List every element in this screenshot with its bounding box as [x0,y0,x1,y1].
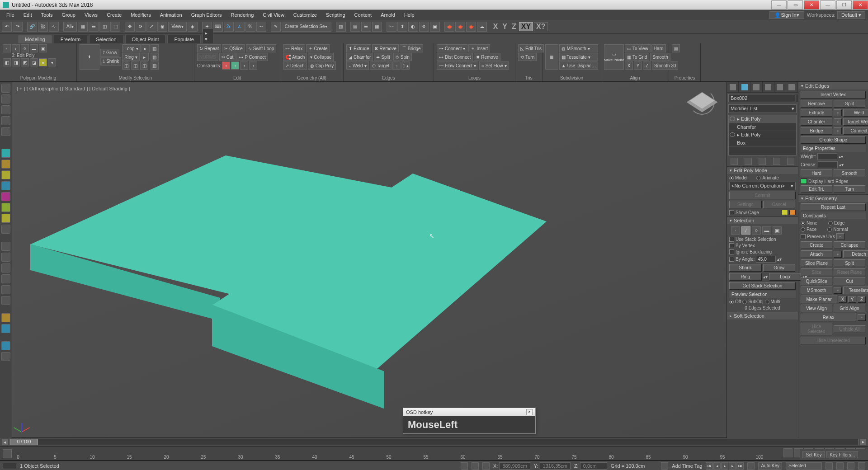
rb-ms4[interactable]: ▥ [151,44,159,52]
menu-animation[interactable]: Animation [156,10,187,20]
rb-usedisp[interactable]: ▲ Use Displac… [559,61,598,70]
rb-split[interactable]: ⬌ Split [374,53,392,61]
rollout-editpolymode[interactable]: ▾Edit Poly Mode [727,167,798,174]
rb-softsel[interactable]: ◩ [21,58,29,66]
rb-ignoreback[interactable]: ◨ [12,58,20,66]
ribbon-tab-populate[interactable]: Populate [167,35,200,43]
bridge-opt[interactable]: ▫ [834,127,842,134]
lt-b6[interactable] [1,296,10,305]
time-next[interactable]: ▸ [860,439,866,445]
cp-tab-motion[interactable] [763,82,774,92]
smooth-button[interactable]: Smooth [834,169,865,177]
workspace-dropdown[interactable]: Default ▾ [837,11,865,19]
modifier-list-dropdown[interactable]: Modifier List▾ [728,104,797,113]
stack-pin[interactable] [731,158,738,165]
lt-b5[interactable] [1,285,10,294]
axis-x[interactable]: X [491,23,500,31]
menu-modifiers[interactable]: Modifiers [126,10,156,20]
menu-group[interactable]: Group [57,10,80,20]
lt-d2[interactable] [1,324,10,333]
grow-button[interactable]: Grow [763,264,796,272]
xform-type-icon[interactable] [482,462,490,470]
edit-named-button[interactable]: ✎ [271,22,281,32]
con-none[interactable] [801,221,805,226]
rb-pconnect[interactable]: ⊶ P Connect [236,53,268,61]
rb-ms1[interactable]: ◫ [122,61,130,70]
time-prev[interactable]: ◂ [2,439,8,445]
cage-color2[interactable] [789,210,796,215]
preserve-uv-check[interactable] [801,234,806,239]
rb-smooth[interactable]: Smooth [650,53,670,61]
percent-snap-button[interactable]: % [245,22,255,32]
minimize2-button[interactable]: — [820,0,835,9]
rotate-button[interactable]: ⟳ [136,22,146,32]
attach-button[interactable]: Attach [801,250,832,258]
cp-tab-create[interactable] [727,82,739,92]
view-align-button[interactable]: View Align [801,305,832,312]
rb-az[interactable]: Z [643,61,651,70]
sel-edge[interactable]: / [741,226,750,235]
rb-create[interactable]: ＋ Create [306,44,330,52]
rb-msmooth[interactable]: ◍ MSmooth ▾ [559,44,598,52]
render-active-button[interactable]: 🫖 [466,22,476,32]
rollout-editedges[interactable]: ▾Edit Edges [798,82,868,89]
nav-2[interactable] [836,462,844,470]
stack-unique[interactable] [759,158,766,165]
set-key-icon[interactable] [3,449,12,458]
sel-border[interactable]: ◊ [752,226,761,235]
subobj-poly[interactable]: ▬ [30,44,38,52]
subobj-element[interactable]: ▣ [39,44,47,52]
nav-4[interactable] [858,462,865,470]
weight-input[interactable] [817,153,837,160]
keyboard-button[interactable]: ⌨ [213,22,223,32]
by-angle-value[interactable] [756,256,776,263]
maxscript-mini[interactable] [3,463,16,469]
bridge-button[interactable]: Bridge [801,127,832,135]
lt-b1[interactable] [1,242,10,251]
con-face[interactable] [801,227,805,232]
rb-distconnect[interactable]: ⊷ Dist Connect [437,53,473,61]
rb-connect[interactable]: ⊶ Connect ▾ [437,44,467,52]
loop-button[interactable]: Loop [769,273,802,281]
lt-c7[interactable] [1,214,10,223]
rb-edittris[interactable]: ◺ Edit Tris [518,44,544,52]
menu-create[interactable]: Create [102,10,126,20]
chamfer-button[interactable]: Chamfer [801,118,832,126]
lt-e1[interactable] [1,341,10,350]
menu-edit[interactable]: Edit [19,10,37,20]
y-value[interactable]: 1316,35cm [540,462,571,470]
rb-loop-opt[interactable]: ▸ [142,44,150,52]
slice-plane-button[interactable]: Slice Plane [801,259,832,267]
rb-detach[interactable]: ↗ Detach [283,61,307,70]
cp-tab-hierarchy[interactable] [750,82,762,92]
bind-button[interactable]: ∿ [49,22,59,32]
rb-hard[interactable]: Hard [651,44,666,52]
axis-z[interactable]: Z [510,23,518,31]
angle-snap-button[interactable]: ∠ [235,22,245,32]
mp-y[interactable]: Y [848,296,856,303]
cage-color1[interactable] [782,210,788,215]
rb-togrid[interactable]: ▦ To Grid [625,53,649,61]
render-frame-button[interactable]: ▣ [430,22,440,32]
mode-animate[interactable] [756,176,761,180]
named-selection[interactable]: Create Selection Se ▾ [282,22,331,32]
con-normal[interactable] [827,227,832,232]
rb-ring[interactable]: Ring ▾ [122,53,140,61]
grid-align-button[interactable]: Grid Align [834,305,865,312]
menu-civilview[interactable]: Civil View [258,10,288,20]
rb-ms3[interactable]: ◫ [140,61,148,70]
axis-xy[interactable]: XY [519,22,533,31]
rb-collapse[interactable]: ▾ Collapse [308,53,334,61]
repeat-last-button[interactable]: Repeat Last [801,203,866,211]
minimize-button[interactable]: — [771,0,787,9]
hard-button[interactable]: Hard [801,169,832,177]
rb-ring-opt[interactable]: ▸ [141,53,149,61]
connect-button[interactable]: Connect [843,127,868,135]
align-button[interactable]: ▤ [350,22,360,32]
ring-button[interactable]: Ring [729,273,762,281]
split2-button[interactable]: Split [834,259,865,267]
cp-tab-utilities[interactable] [786,82,798,92]
axis-y[interactable]: Y [500,23,509,31]
rb-preview[interactable]: ◧ [3,58,11,66]
lt-c5[interactable] [1,192,10,201]
